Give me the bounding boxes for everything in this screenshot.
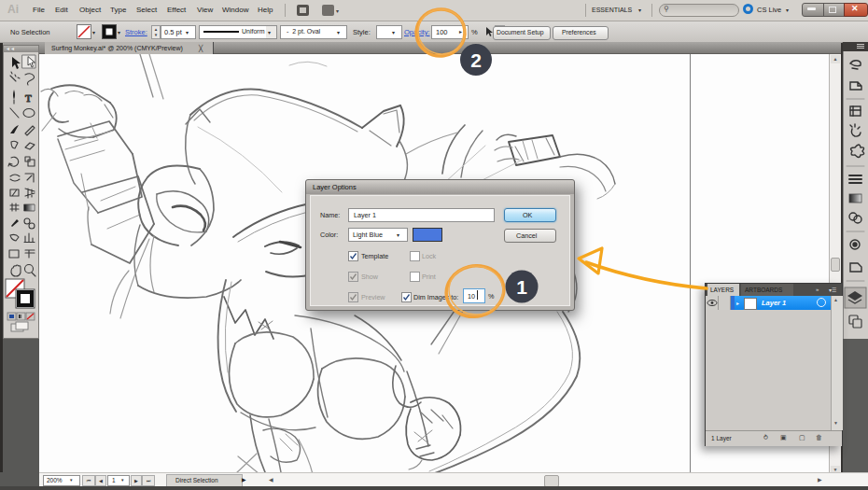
svg-text:T: T	[25, 92, 32, 104]
